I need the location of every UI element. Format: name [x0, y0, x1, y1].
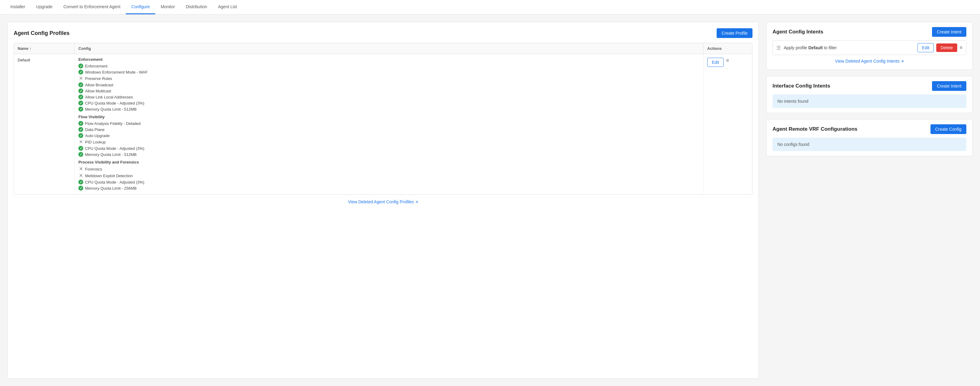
config-item-memory-512-flow: ✓ Memory Quota Limit - 512MB	[78, 152, 700, 158]
config-item-cpu-quota-flow: ✓ CPU Quota Mode - Adjusted (3%)	[78, 145, 700, 152]
config-item-meltdown: ✕ Meltdown Exploit Detection	[78, 172, 700, 179]
section-enforcement-title: Enforcement	[78, 57, 700, 62]
col-actions: Actions	[703, 43, 752, 54]
config-item-allow-link-local: ✓ Allow Link Local Addresses	[78, 94, 700, 100]
tab-installer[interactable]: Installer	[5, 0, 31, 14]
config-item-preserve-rules: ✕ Preserve Rules	[78, 75, 700, 82]
row-config-default: Enforcement ✓ Enforcement ✓ Windows Enfo…	[75, 54, 703, 194]
config-item-enforcement: ✓ Enforcement	[78, 63, 700, 69]
top-nav: Installer Upgrade Convert to Enforcement…	[0, 0, 980, 14]
interface-config-intents-title: Interface Config Intents	[773, 83, 830, 89]
edit-profile-button[interactable]: Edit	[707, 58, 724, 67]
row-name-default: Default	[14, 54, 75, 194]
x-icon: ✕	[78, 166, 83, 172]
check-icon: ✓	[78, 82, 83, 87]
row-actions-default: Edit ≡	[703, 54, 752, 194]
left-panel-title: Agent Config Profiles	[14, 30, 70, 37]
x-icon: ✕	[78, 139, 83, 145]
check-icon: ✓	[78, 133, 83, 138]
agent-remote-vrf-title: Agent Remote VRF Configurations	[773, 126, 858, 132]
delete-filter-button[interactable]: Delete	[936, 43, 957, 52]
edit-filter-button[interactable]: Edit	[918, 43, 934, 52]
check-icon: ✓	[78, 94, 83, 99]
config-item-flow-analysis: ✓ Flow Analysis Fidelity - Detailed	[78, 120, 700, 126]
check-icon: ✓	[78, 107, 83, 112]
interface-config-intents-card: Interface Config Intents Create Intent N…	[766, 76, 973, 113]
filter-actions: Edit Delete ≡	[918, 43, 963, 52]
list-icon-filter[interactable]: ≡	[959, 45, 963, 51]
config-item-memory-512-enforcement: ✓ Memory Quota Limit - 512MB	[78, 106, 700, 112]
agent-config-profiles-panel: Agent Config Profiles Create Profile Nam…	[7, 22, 759, 379]
create-intent-button-interface[interactable]: Create Intent	[932, 81, 966, 91]
left-panel-header: Agent Config Profiles Create Profile	[14, 28, 752, 38]
agent-remote-vrf-card: Agent Remote VRF Configurations Create C…	[766, 119, 973, 156]
config-item-allow-multicast: ✓ Allow Multicast	[78, 88, 700, 94]
check-icon: ✓	[78, 64, 83, 69]
config-item-forensics: ✕ Forensics	[78, 166, 700, 172]
check-icon: ✓	[78, 100, 83, 105]
col-name: Name ↑	[14, 43, 75, 54]
table-header: Name ↑ Config Actions	[14, 43, 752, 54]
config-item-auto-upgrade: ✓ Auto-Upgrade	[78, 132, 700, 139]
check-icon: ✓	[78, 121, 83, 126]
create-config-button[interactable]: Create Config	[931, 124, 966, 134]
table-row: Default Enforcement ✓ Enforcement ✓ Wind…	[14, 54, 752, 194]
view-deleted-profiles-link[interactable]: View Deleted Agent Config Profiles ≡	[14, 199, 752, 204]
list-icon-deleted-intents: ≡	[901, 59, 904, 64]
interface-config-intents-header: Interface Config Intents Create Intent	[773, 81, 966, 91]
agent-config-intents-header: Agent Config Intents Create Intent	[773, 27, 966, 37]
drag-handle-icon: ☰	[776, 45, 781, 51]
check-icon: ✓	[78, 152, 83, 157]
check-icon: ✓	[78, 127, 83, 132]
main-content: Agent Config Profiles Create Profile Nam…	[0, 14, 980, 386]
agent-remote-vrf-header: Agent Remote VRF Configurations Create C…	[773, 124, 966, 134]
check-icon: ✓	[78, 186, 83, 191]
config-item-windows-waf: ✓ Windows Enforcement Mode - WAF	[78, 69, 700, 75]
tab-distribution[interactable]: Distribution	[180, 0, 213, 14]
no-configs-message: No configs found	[773, 138, 966, 151]
check-icon: ✓	[78, 146, 83, 151]
no-intents-message: No intents found	[773, 94, 966, 108]
filter-text: Apply profile Default to filter	[784, 45, 915, 50]
tab-upgrade[interactable]: Upgrade	[31, 0, 58, 14]
config-item-pid-lookup: ✕ PID Lookup	[78, 139, 700, 145]
config-item-allow-broadcast: ✓ Allow Broadcast	[78, 82, 700, 88]
agent-config-intents-title: Agent Config Intents	[773, 29, 823, 35]
section-process-visibility-title: Process Visibility and Forensics	[78, 160, 700, 164]
agent-config-intents-card: Agent Config Intents Create Intent ☰ App…	[766, 22, 973, 70]
list-icon[interactable]: ≡	[726, 58, 729, 63]
tab-configure[interactable]: Configure	[126, 0, 155, 14]
filter-row: ☰ Apply profile Default to filter Edit D…	[773, 40, 966, 55]
x-icon: ✕	[78, 173, 83, 179]
profiles-table: Name ↑ Config Actions Default Enforcemen…	[14, 43, 752, 195]
view-deleted-intents-link[interactable]: View Deleted Agent Config Intents ≡	[773, 59, 966, 64]
create-intent-button-top[interactable]: Create Intent	[932, 27, 966, 37]
tab-convert[interactable]: Convert to Enforcement Agent	[58, 0, 126, 14]
tab-monitor[interactable]: Monitor	[155, 0, 180, 14]
config-item-cpu-quota-enforcement: ✓ CPU Quota Mode - Adjusted (3%)	[78, 100, 700, 106]
right-panel: Agent Config Intents Create Intent ☰ App…	[766, 22, 973, 379]
col-config: Config	[75, 43, 703, 54]
section-flow-visibility-title: Flow Visibility	[78, 115, 700, 119]
create-profile-button[interactable]: Create Profile	[717, 28, 752, 38]
config-item-data-plane: ✓ Data Plane	[78, 126, 700, 132]
config-item-cpu-quota-process: ✓ CPU Quota Mode - Adjusted (3%)	[78, 179, 700, 185]
check-icon: ✓	[78, 180, 83, 185]
list-icon-deleted: ≡	[415, 199, 418, 204]
config-item-memory-256-process: ✓ Memory Quota Limit - 256MB	[78, 185, 700, 191]
check-icon: ✓	[78, 70, 83, 75]
tab-agent-list[interactable]: Agent List	[213, 0, 242, 14]
x-icon: ✕	[78, 76, 83, 81]
check-icon: ✓	[78, 88, 83, 93]
